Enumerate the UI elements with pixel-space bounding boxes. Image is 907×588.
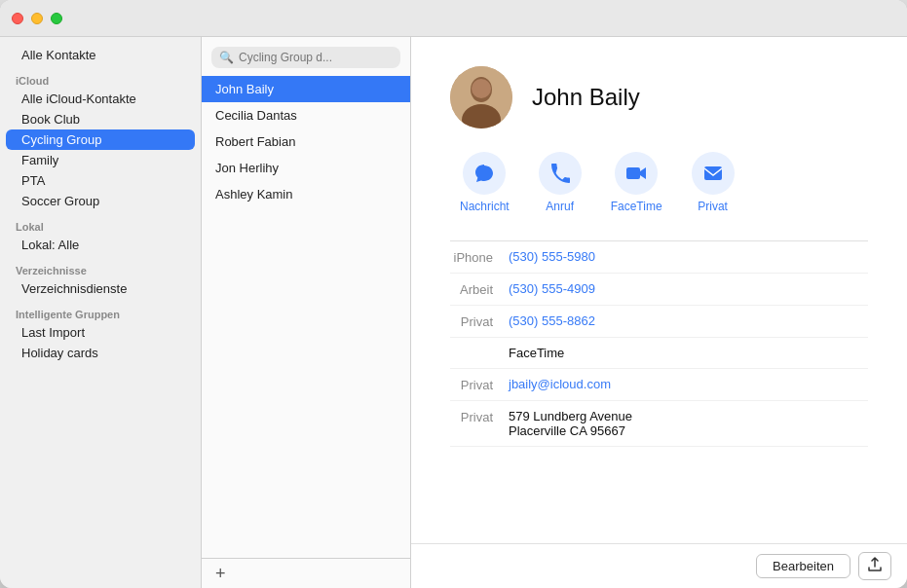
contact-name: John Baily xyxy=(532,84,640,111)
action-nachricht[interactable]: Nachricht xyxy=(460,152,510,213)
maximize-button[interactable] xyxy=(51,13,62,24)
info-value-arbeit[interactable]: (530) 555-4909 xyxy=(509,281,868,296)
edit-button[interactable]: Bearbeiten xyxy=(756,554,850,578)
avatar xyxy=(450,66,512,129)
search-wrapper[interactable]: 🔍 xyxy=(211,47,400,68)
svg-point-3 xyxy=(472,79,491,98)
contact-item-john-baily[interactable]: John Baily xyxy=(202,76,410,102)
contact-header: John Baily xyxy=(450,66,868,129)
sidebar-item-verzeichnisdienste[interactable]: Verzeichnisdienste xyxy=(6,278,195,299)
sidebar-item-pta[interactable]: PTA xyxy=(6,170,195,191)
close-button[interactable] xyxy=(12,13,23,24)
contact-list-footer: + xyxy=(202,558,410,588)
titlebar xyxy=(0,0,907,37)
sidebar-section-icloud: iCloud xyxy=(0,65,201,89)
info-label-iphone: iPhone xyxy=(450,249,509,265)
detail-footer: Bearbeiten xyxy=(411,543,907,588)
info-row-iphone: iPhone (530) 555-5980 xyxy=(450,241,868,274)
sidebar-section-lokal: Lokal xyxy=(0,211,201,235)
action-facetime[interactable]: FaceTime xyxy=(611,152,662,213)
contact-item-ashley-kamin[interactable]: Ashley Kamin xyxy=(202,181,410,207)
search-bar: 🔍 xyxy=(202,37,410,76)
contact-item-jon-herlihy[interactable]: Jon Herlihy xyxy=(202,155,410,181)
facetime-icon xyxy=(615,152,658,195)
contact-list-panel: 🔍 John Baily Cecilia Dantas Robert Fabia… xyxy=(202,37,411,588)
action-anruf[interactable]: Anruf xyxy=(539,152,582,213)
sidebar-item-cycling-group[interactable]: Cycling Group xyxy=(6,129,195,150)
nachricht-label: Nachricht xyxy=(460,200,510,213)
search-icon: 🔍 xyxy=(219,51,234,64)
privat-icon xyxy=(692,152,735,195)
action-buttons: Nachricht Anruf xyxy=(450,152,868,213)
anruf-label: Anruf xyxy=(546,200,574,213)
sidebar: Alle Kontakte iCloud Alle iCloud-Kontakt… xyxy=(0,37,202,588)
sidebar-item-soccer-group[interactable]: Soccer Group xyxy=(6,191,195,211)
contact-list: John Baily Cecilia Dantas Robert Fabian … xyxy=(202,76,410,558)
app-window: Alle Kontakte iCloud Alle iCloud-Kontakt… xyxy=(0,0,907,588)
info-label-privat-phone: Privat xyxy=(450,313,509,329)
detail-content: John Baily Nachricht xyxy=(411,37,907,543)
info-label-arbeit: Arbeit xyxy=(450,281,509,297)
sidebar-item-last-import[interactable]: Last Import xyxy=(6,322,195,343)
sidebar-item-family[interactable]: Family xyxy=(6,150,195,170)
facetime-label: FaceTime xyxy=(611,200,662,213)
info-label-email: Privat xyxy=(450,377,509,392)
sidebar-item-lokal-alle[interactable]: Lokal: Alle xyxy=(6,235,195,255)
info-row-email: Privat jbaily@icloud.com xyxy=(450,369,868,401)
contact-item-robert-fabian[interactable]: Robert Fabian xyxy=(202,129,410,155)
action-privat[interactable]: Privat xyxy=(692,152,735,213)
info-value-facetime[interactable]: FaceTime xyxy=(509,346,868,360)
sidebar-section-intelligente: Intelligente Gruppen xyxy=(0,299,201,322)
info-row-facetime: FaceTime xyxy=(450,338,868,369)
info-row-privat-phone: Privat (530) 555-8862 xyxy=(450,306,868,338)
info-value-iphone[interactable]: (530) 555-5980 xyxy=(509,249,868,264)
svg-rect-5 xyxy=(704,166,722,180)
add-contact-button[interactable]: + xyxy=(211,565,230,582)
anruf-icon xyxy=(539,152,582,195)
info-row-arbeit: Arbeit (530) 555-4909 xyxy=(450,274,868,306)
info-label-facetime-empty xyxy=(450,346,509,347)
minimize-button[interactable] xyxy=(31,13,43,24)
nachricht-icon xyxy=(463,152,506,195)
sidebar-section-verzeichnisse: Verzeichnisse xyxy=(0,255,201,278)
contact-item-cecilia-dantas[interactable]: Cecilia Dantas xyxy=(202,102,410,129)
detail-panel: John Baily Nachricht xyxy=(411,37,907,588)
info-row-address: Privat 579 Lundberg Avenue Placerville C… xyxy=(450,401,868,447)
sidebar-item-holiday-cards[interactable]: Holiday cards xyxy=(6,343,195,363)
traffic-lights xyxy=(12,13,62,24)
sidebar-item-book-club[interactable]: Book Club xyxy=(6,109,195,129)
privat-label: Privat xyxy=(698,200,728,213)
sidebar-item-all-contacts[interactable]: Alle Kontakte xyxy=(6,45,195,65)
sidebar-item-all-icloud[interactable]: Alle iCloud-Kontakte xyxy=(6,89,195,109)
info-value-email[interactable]: jbaily@icloud.com xyxy=(509,377,868,391)
info-label-address: Privat xyxy=(450,409,509,424)
svg-rect-4 xyxy=(626,167,640,179)
main-content: Alle Kontakte iCloud Alle iCloud-Kontakt… xyxy=(0,37,907,588)
info-value-address: 579 Lundberg Avenue Placerville CA 95667 xyxy=(509,409,868,438)
search-input[interactable] xyxy=(239,51,393,64)
share-button[interactable] xyxy=(858,552,891,580)
info-table: iPhone (530) 555-5980 Arbeit (530) 555-4… xyxy=(450,240,868,447)
info-value-privat-phone[interactable]: (530) 555-8862 xyxy=(509,313,868,328)
